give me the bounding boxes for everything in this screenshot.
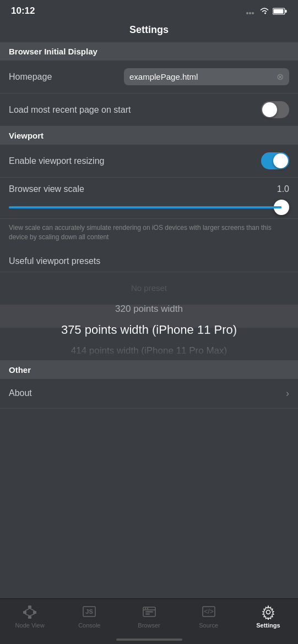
preset-item-414[interactable]: 414 points width (iPhone 11 Pro Max) (0, 340, 298, 360)
tab-console[interactable]: JS Console (59, 603, 119, 629)
svg-line-10 (25, 608, 30, 611)
about-label: About (9, 388, 32, 398)
tab-settings[interactable]: Settings (239, 603, 298, 629)
home-indicator (116, 639, 182, 641)
homepage-row: Homepage ⊗ (0, 60, 298, 93)
preset-item-320[interactable]: 320 points width (0, 299, 298, 320)
page-title-bar: Settings (0, 20, 298, 42)
presets-label: Useful viewport presets (9, 256, 289, 266)
tab-browser-label: Browser (138, 622, 160, 629)
enable-viewport-label: Enable viewport resizing (9, 156, 104, 166)
source-icon: </> (201, 604, 216, 620)
browser-icon (142, 604, 157, 620)
section-viewport: Viewport (0, 126, 298, 145)
view-scale-slider[interactable] (9, 200, 289, 215)
slider-note: View scale can accurately simulate rende… (0, 219, 298, 249)
svg-point-0 (246, 12, 248, 14)
preset-item-375[interactable]: 375 points width (iPhone 11 Pro) (0, 320, 298, 340)
svg-text:JS: JS (86, 608, 93, 615)
section-header-label: Browser Initial Display (9, 47, 97, 56)
status-bar: 10:12 (0, 0, 298, 20)
svg-rect-6 (28, 606, 31, 608)
viewport-presets-section: Useful viewport presets (0, 249, 298, 272)
tab-browser[interactable]: Browser (119, 603, 178, 629)
enable-viewport-toggle[interactable] (261, 152, 289, 169)
homepage-label: Homepage (9, 72, 52, 82)
picker-items: No preset 320 points width 375 points wi… (0, 272, 298, 360)
homepage-clear-button[interactable]: ⊗ (277, 71, 284, 82)
signal-icon (246, 8, 256, 14)
view-scale-value: 1.0 (277, 184, 289, 194)
tab-node-view[interactable]: Node View (0, 603, 59, 629)
tab-console-label: Console (78, 622, 100, 629)
about-row[interactable]: About › (0, 379, 298, 409)
svg-line-12 (25, 614, 30, 616)
preset-item-no-preset[interactable]: No preset (0, 278, 298, 299)
svg-point-2 (252, 12, 254, 14)
page-title: Settings (129, 24, 169, 35)
svg-point-18 (144, 608, 145, 609)
svg-text:</>: </> (204, 608, 213, 615)
viewport-preset-picker[interactable]: No preset 320 points width 375 points wi… (0, 272, 298, 360)
section-other: Other (0, 361, 298, 379)
tab-bar: Node View JS Console Browser (0, 598, 298, 644)
view-scale-row: Browser view scale 1.0 (0, 178, 298, 219)
load-recent-row: Load most recent page on start (0, 93, 298, 126)
section-header-label: Other (9, 365, 31, 375)
wifi-icon (259, 7, 269, 15)
tab-source[interactable]: </> Source (179, 603, 239, 629)
tab-node-view-label: Node View (15, 622, 45, 629)
tab-settings-label: Settings (256, 622, 280, 629)
svg-rect-7 (23, 611, 26, 614)
load-recent-toggle[interactable] (261, 101, 289, 118)
svg-rect-20 (145, 612, 153, 613)
view-scale-label: Browser view scale (9, 184, 84, 194)
svg-point-24 (266, 610, 270, 614)
homepage-input-wrapper[interactable]: ⊗ (124, 68, 289, 85)
svg-rect-4 (285, 10, 287, 13)
load-recent-label: Load most recent page on start (9, 105, 131, 115)
svg-point-19 (147, 608, 148, 609)
section-browser-initial-display: Browser Initial Display (0, 42, 298, 60)
svg-rect-9 (28, 616, 31, 619)
enable-viewport-row: Enable viewport resizing (0, 145, 298, 178)
slider-fill (9, 206, 281, 208)
settings-icon (261, 604, 276, 620)
svg-point-1 (249, 12, 251, 14)
battery-icon (273, 8, 287, 15)
homepage-input[interactable] (129, 72, 273, 81)
svg-rect-5 (274, 9, 284, 13)
slider-track (9, 206, 281, 208)
status-icons (246, 7, 287, 15)
svg-line-11 (30, 608, 35, 611)
status-time: 10:12 (11, 5, 35, 16)
console-icon: JS (82, 604, 97, 620)
svg-rect-21 (145, 614, 150, 615)
section-header-label: Viewport (9, 131, 44, 140)
svg-line-13 (30, 614, 35, 616)
tab-source-label: Source (199, 622, 218, 629)
chevron-right-icon: › (286, 388, 289, 399)
node-view-icon (22, 604, 37, 620)
svg-rect-8 (33, 611, 36, 614)
